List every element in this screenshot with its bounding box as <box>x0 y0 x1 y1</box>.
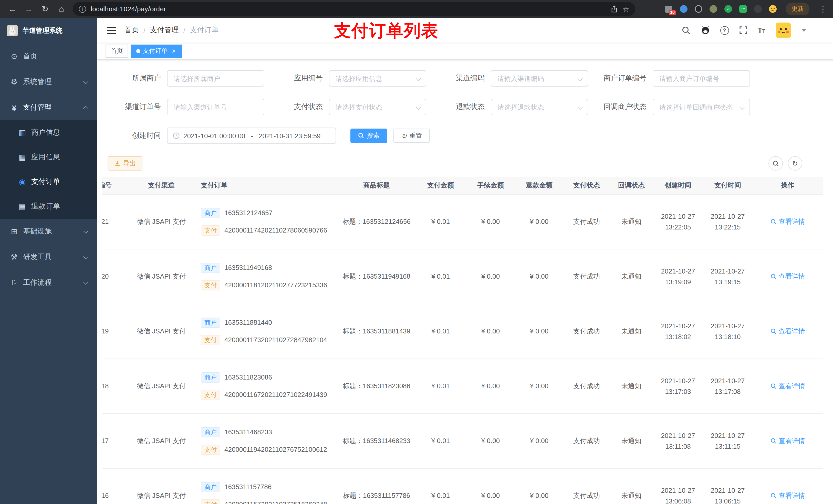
browser-reload-icon[interactable] <box>38 2 52 16</box>
browser-update-button[interactable]: 更新 <box>786 3 809 15</box>
filter-label: 回调商户状态 <box>593 102 653 112</box>
refresh-table-icon[interactable] <box>788 156 802 171</box>
fullscreen-icon[interactable] <box>739 26 747 34</box>
sidebar-fold-icon[interactable] <box>107 27 116 33</box>
github-icon[interactable] <box>700 26 710 35</box>
pay-tag: 支付 <box>201 389 220 400</box>
view-detail-link[interactable]: 查看详情 <box>770 381 805 390</box>
search-icon[interactable] <box>682 26 690 34</box>
extension-icon-emoji-face[interactable] <box>768 4 777 14</box>
user-avatar[interactable] <box>776 23 791 38</box>
font-size-icon[interactable] <box>757 26 765 35</box>
address-bar[interactable]: localhost:1024/pay/order <box>73 2 635 16</box>
reset-button[interactable]: 重置 <box>394 128 430 143</box>
view-detail-link[interactable]: 查看详情 <box>770 272 805 281</box>
browser-forward-icon[interactable] <box>22 2 36 16</box>
avatar-dropdown-caret-icon[interactable] <box>801 29 806 32</box>
app-no-select-field[interactable] <box>329 71 426 86</box>
extension-icon-badged[interactable]: 10 <box>664 4 673 14</box>
breadcrumb-payment[interactable]: 支付管理 <box>150 26 179 35</box>
tab-pay-order[interactable]: 支付订单 <box>131 44 182 57</box>
help-icon[interactable] <box>720 26 729 34</box>
cell-id: 20 <box>102 249 128 304</box>
refund-status-select[interactable] <box>491 99 588 115</box>
pay-status-select[interactable] <box>329 99 426 115</box>
breadcrumb-home[interactable]: 首页 <box>124 26 139 35</box>
sidebar-item-dev-tools[interactable]: 研发工具 <box>0 244 97 270</box>
refund-status-field[interactable] <box>491 99 588 115</box>
cell-title: 标题：1635312124656 <box>338 194 415 249</box>
extension-icon-pin[interactable] <box>753 4 762 14</box>
channel-order-no-input[interactable] <box>167 99 264 115</box>
app-no-select[interactable] <box>329 70 426 87</box>
browser-back-icon[interactable] <box>5 2 20 16</box>
dashboard-icon <box>10 52 19 61</box>
view-detail-link[interactable]: 查看详情 <box>770 327 805 336</box>
gear-icon <box>10 77 19 87</box>
channel-order-no-field[interactable] <box>168 99 264 115</box>
bookmark-star-icon[interactable] <box>623 5 629 13</box>
view-detail-link[interactable]: 查看详情 <box>770 436 805 446</box>
cell-pay-order: 商户 1635311468233 支付 42000011942021102767… <box>195 413 338 468</box>
notify-status-field[interactable] <box>653 99 749 115</box>
chevron-down-icon <box>83 254 88 259</box>
sidebar-item-system[interactable]: 系统管理 <box>0 69 97 95</box>
pay-order-no: 4200001173202110272847982104 <box>224 336 327 344</box>
chevron-down-icon <box>83 280 88 285</box>
merchant-input[interactable] <box>167 70 264 87</box>
sidebar-item-home[interactable]: 首页 <box>0 44 97 69</box>
merchant-tag: 商户 <box>201 427 220 437</box>
extension-icon-chat[interactable] <box>738 4 747 14</box>
app-logo[interactable]: 芋道管理系统 <box>0 18 97 44</box>
sidebar-item-infrastructure[interactable]: 基础设施 <box>0 219 97 244</box>
toggle-search-icon[interactable] <box>768 156 783 171</box>
date-range-picker[interactable]: 2021-10-01 00:00:00 - 2021-10-31 23:59:5… <box>167 127 336 144</box>
sidebar-item-pay-order[interactable]: 支付订单 <box>0 170 97 194</box>
browser-menu-icon[interactable] <box>819 4 827 14</box>
notify-status-select[interactable] <box>653 99 750 115</box>
tab-close-icon[interactable] <box>170 47 177 54</box>
col-create-time: 创建时间 <box>653 177 703 194</box>
extension-icon-green-check[interactable] <box>723 4 733 14</box>
breadcrumb-separator <box>184 26 186 34</box>
pay-tag: 支付 <box>201 225 220 235</box>
sidebar-item-refund-order[interactable]: 退款订单 <box>0 194 97 219</box>
extension-icon-blue[interactable] <box>679 4 688 14</box>
cell-channel: 微信 JSAPI 支付 <box>128 249 195 304</box>
view-detail-link[interactable]: 查看详情 <box>770 491 805 500</box>
search-icon <box>358 133 364 139</box>
clock-icon <box>173 132 180 139</box>
channel-code-select[interactable] <box>491 70 588 87</box>
pay-tag: 支付 <box>201 335 220 345</box>
merchant-order-no-field[interactable] <box>653 71 749 86</box>
sidebar-item-workflow[interactable]: 工作流程 <box>0 270 97 295</box>
filter-create-time: 创建时间 2021-10-01 00:00:00 - 2021-10-31 23… <box>108 127 336 144</box>
pay-status-field[interactable] <box>329 99 426 115</box>
tab-home[interactable]: 首页 <box>105 44 128 57</box>
channel-code-field[interactable] <box>491 71 588 86</box>
cell-channel: 微信 JSAPI 支付 <box>128 413 195 468</box>
search-button[interactable]: 搜索 <box>351 128 387 143</box>
tabs-bar: 首页 支付订单 <box>97 43 833 60</box>
cell-status: 支付成功 <box>564 249 610 304</box>
merchant-input-field[interactable] <box>168 71 264 86</box>
view-detail-link[interactable]: 查看详情 <box>770 217 805 226</box>
cell-amount: ¥ 0.01 <box>415 468 466 504</box>
extension-icon-olive[interactable] <box>709 4 718 14</box>
share-icon[interactable] <box>611 5 618 13</box>
cell-refund: ¥ 0.00 <box>515 194 564 249</box>
col-pay-time: 支付时间 <box>703 177 753 194</box>
download-icon <box>114 160 120 166</box>
cell-fee: ¥ 0.00 <box>466 249 515 304</box>
sidebar-item-app-info[interactable]: 应用信息 <box>0 145 97 170</box>
cell-actions: 查看详情 <box>753 413 823 468</box>
merchant-order-no-input[interactable] <box>653 70 750 87</box>
export-button[interactable]: 导出 <box>108 156 142 171</box>
breadcrumb-current: 支付订单 <box>190 26 219 35</box>
sidebar-item-payment[interactable]: 支付管理 <box>0 95 97 120</box>
site-info-icon[interactable] <box>79 5 86 13</box>
extension-icon-ring[interactable] <box>694 4 703 14</box>
chevron-up-icon <box>83 106 88 111</box>
sidebar-item-merchant-info[interactable]: 商户信息 <box>0 120 97 145</box>
browser-home-icon[interactable] <box>54 2 69 16</box>
